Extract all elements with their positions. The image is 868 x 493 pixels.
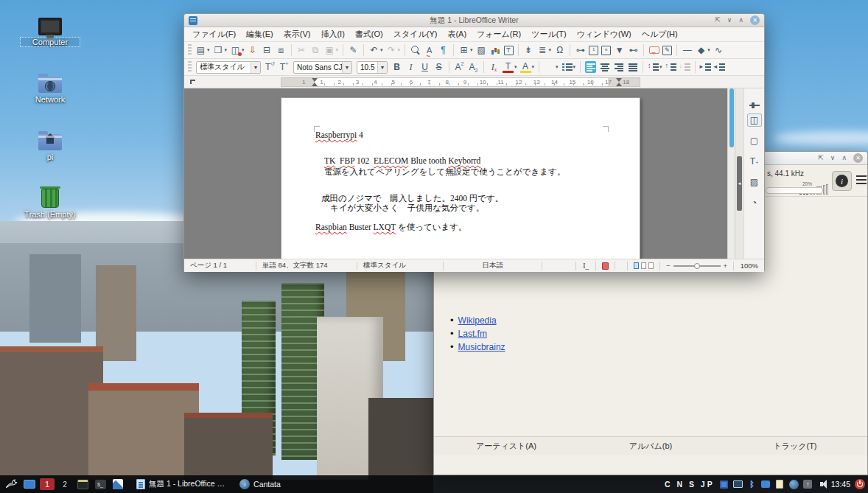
shade-icon[interactable]: ⇱ xyxy=(715,17,721,24)
sidebar-page-icon[interactable]: ▢ xyxy=(747,134,762,147)
hyperlink-icon[interactable]: ⊶ xyxy=(573,43,587,57)
right-indent-marker[interactable] xyxy=(616,83,622,86)
maximize-icon[interactable]: ∧ xyxy=(738,17,743,24)
save-status[interactable] xyxy=(596,262,615,270)
clear-formatting-icon[interactable]: I xyxy=(487,60,501,74)
desktop-icon-computer[interactable]: Computer xyxy=(21,10,80,46)
zoom-slider-thumb[interactable] xyxy=(694,263,700,269)
dropdown-arrow-icon[interactable]: ▾ xyxy=(573,64,576,70)
desktop-icon-trash[interactable]: Trash (Empty) xyxy=(21,183,80,219)
vertical-scrollbar[interactable] xyxy=(727,88,735,259)
minimize-icon[interactable]: ∨ xyxy=(727,17,732,24)
menu-item[interactable]: フォーム(R) xyxy=(472,27,526,41)
save-icon[interactable]: ◫ ▾ xyxy=(228,43,246,57)
library-tab[interactable]: トラック(T) xyxy=(723,437,867,455)
desktop-icon-pi[interactable]: pi xyxy=(21,125,80,161)
zoom-percent[interactable]: 100% xyxy=(734,262,764,270)
hamburger-menu-icon[interactable] xyxy=(856,175,867,184)
menu-item[interactable]: ファイル(F) xyxy=(187,27,241,41)
workspace-2-button[interactable]: 2 xyxy=(57,478,72,490)
export-pdf-icon[interactable]: ⇩ xyxy=(246,43,260,57)
new-document-icon[interactable]: ▤ ▾ xyxy=(194,43,211,57)
menu-item[interactable]: ウィンドウ(W) xyxy=(572,27,637,41)
menu-item[interactable]: ツール(T) xyxy=(526,27,572,41)
sidebar-gallery-icon[interactable]: ▨ xyxy=(747,175,762,189)
undo-icon[interactable]: ↶ ▾ xyxy=(367,43,385,57)
clock[interactable]: 13:45 xyxy=(831,480,850,489)
show-desktop-button[interactable] xyxy=(22,477,37,492)
paragraph-style-combo[interactable]: 標準スタイル ▼ xyxy=(196,61,261,74)
dropdown-arrow-icon[interactable]: ▾ xyxy=(707,47,710,53)
line-spacing-icon[interactable]: ▾ xyxy=(646,60,664,74)
task-button-cantata[interactable]: ♪ Cantata xyxy=(234,477,286,492)
align-left-icon[interactable] xyxy=(584,60,598,74)
formatting-marks-icon[interactable]: ¶ xyxy=(436,43,450,57)
close-icon[interactable]: ✕ xyxy=(853,153,863,163)
cross-reference-icon[interactable]: ⊷ xyxy=(626,43,640,57)
sidebar-settings-icon[interactable] xyxy=(747,93,762,106)
shade-icon[interactable]: ⇱ xyxy=(818,155,824,161)
find-replace-icon[interactable] xyxy=(408,43,422,57)
context-link[interactable]: Last.fm xyxy=(458,329,487,339)
special-character-icon[interactable]: Ω xyxy=(553,43,567,57)
page-count[interactable]: ページ 1 / 1 xyxy=(184,262,256,270)
song-info-button[interactable]: i xyxy=(832,171,852,191)
dropdown-arrow-icon[interactable]: ▾ xyxy=(380,47,383,53)
menu-item[interactable]: ヘルプ(H) xyxy=(637,27,683,41)
right-indent-marker[interactable] xyxy=(616,78,622,82)
print-icon[interactable]: ⊟ xyxy=(260,43,274,57)
clipboard-tray-icon[interactable] xyxy=(775,480,785,489)
menu-item[interactable]: スタイル(Y) xyxy=(388,27,443,41)
endnote-icon[interactable]: ⁿ xyxy=(600,45,612,56)
first-line-indent-marker[interactable] xyxy=(312,78,318,82)
insert-mode[interactable]: I_ xyxy=(576,262,596,270)
bookmark-icon[interactable]: ▼ xyxy=(612,43,626,57)
sidebar-hide-handle[interactable]: ◂ xyxy=(737,156,742,211)
justify-icon[interactable] xyxy=(626,60,640,74)
dropdown-arrow-icon[interactable]: ▾ xyxy=(514,64,517,70)
seek-slider[interactable] xyxy=(766,187,823,194)
insert-textbox-icon[interactable]: T xyxy=(503,45,515,56)
bluetooth-tray-icon[interactable]: ᛒ xyxy=(747,480,757,489)
cantata-tray-icon[interactable] xyxy=(789,480,799,489)
zoom-out-icon[interactable]: − xyxy=(666,262,671,270)
highlight-color-icon[interactable]: A ▾ xyxy=(519,61,536,74)
sidebar-splitter[interactable]: ◂ xyxy=(735,88,743,259)
dropdown-arrow-icon[interactable]: ▾ xyxy=(336,47,339,53)
strikethrough-icon[interactable]: S xyxy=(432,60,446,74)
subscript-icon[interactable]: A xyxy=(466,60,480,74)
insert-chart-icon[interactable] xyxy=(489,43,503,57)
numbered-list-icon[interactable]: ▾ xyxy=(560,60,578,74)
single-page-view-icon[interactable] xyxy=(634,262,639,269)
italic-icon[interactable]: I xyxy=(404,60,418,74)
horizontal-ruler[interactable]: 1123456789101112131415161718 xyxy=(184,76,764,88)
dropdown-arrow-icon[interactable]: ▾ xyxy=(532,64,535,70)
font-color-icon[interactable]: T ▾ xyxy=(501,61,519,74)
open-icon[interactable]: ❒ ▾ xyxy=(211,43,229,57)
library-tab[interactable]: アーティスト(A) xyxy=(434,437,578,455)
text-language[interactable]: 日本語 xyxy=(444,262,542,270)
word-count[interactable]: 単語 84、文字数 174 xyxy=(256,262,357,270)
library-tab[interactable]: アルバム(b) xyxy=(578,437,723,455)
context-link[interactable]: Musicbrainz xyxy=(458,342,505,352)
menu-item[interactable]: 表(A) xyxy=(442,27,472,41)
copy-icon[interactable]: ⧉ xyxy=(309,43,323,57)
terminal-launcher[interactable]: $_ xyxy=(93,477,108,492)
zoom-slider-track[interactable] xyxy=(673,265,721,267)
toolbar-grip[interactable] xyxy=(188,44,192,56)
insert-image-icon[interactable]: ▨ xyxy=(475,43,489,57)
dropdown-arrow-icon[interactable]: ▾ xyxy=(207,47,210,53)
menu-item[interactable]: 書式(O) xyxy=(350,27,388,41)
task-button-writer[interactable]: 無題 1 - LibreOffice … xyxy=(131,477,230,492)
fcitx-tray-icon[interactable] xyxy=(719,480,729,489)
multi-page-view-icon[interactable] xyxy=(641,262,646,269)
bold-icon[interactable]: B xyxy=(390,60,404,74)
workspace-1-button[interactable]: 1 xyxy=(40,478,55,490)
chevron-down-icon[interactable]: ▼ xyxy=(251,62,260,73)
print-preview-icon[interactable]: ⧈ xyxy=(274,43,288,57)
sidebar-properties-icon[interactable]: ◫ xyxy=(747,113,762,127)
menu-item[interactable]: 編集(E) xyxy=(241,27,279,41)
insert-table-icon[interactable]: ⊞ ▾ xyxy=(457,43,475,57)
dropdown-arrow-icon[interactable]: ▾ xyxy=(225,47,228,53)
sidebar-navigator-icon[interactable]: ◔ xyxy=(747,196,762,209)
